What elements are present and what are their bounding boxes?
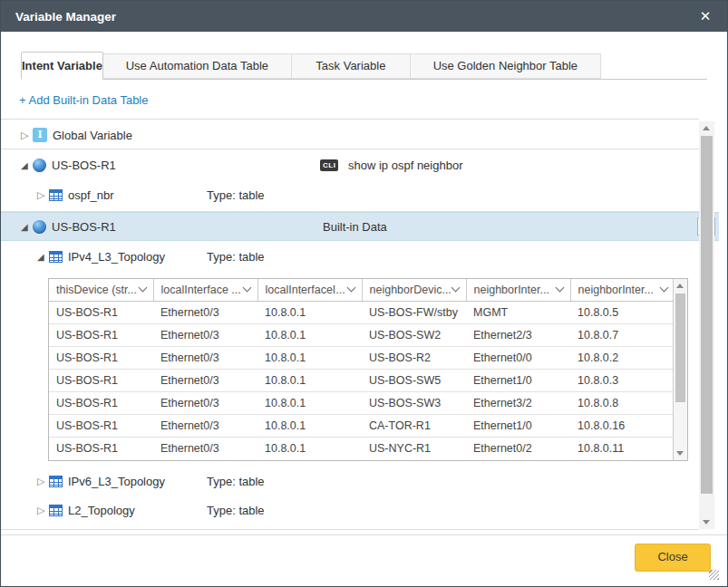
column-header-label: neighborInter...: [474, 284, 549, 296]
column-header-neighborinterfaceip[interactable]: neighborInter...: [570, 279, 675, 301]
tab-use-automation-data-table[interactable]: Use Automation Data Table: [103, 53, 292, 79]
caret-collapsed-icon[interactable]: ▷: [21, 130, 33, 141]
dialog-title: Variable Manager: [1, 10, 116, 24]
scroll-down-icon[interactable]: [703, 520, 710, 524]
content-scrollbar[interactable]: [699, 121, 714, 529]
table-row[interactable]: US-BOS-R1Ethernet0/310.8.0.1US-BOS-R2Eth…: [49, 346, 675, 369]
table-cell: US-BOS-R1: [49, 437, 153, 459]
caret-expanded-icon[interactable]: ◢: [37, 252, 49, 262]
caret-expanded-icon[interactable]: ◢: [21, 222, 33, 232]
tree-item-label: IPv6_L3_Topology: [68, 475, 165, 488]
table-cell: CA-TOR-R1: [362, 414, 466, 437]
table-cell: Ethernet2/3: [466, 323, 570, 346]
caret-collapsed-icon[interactable]: ▷: [37, 476, 49, 487]
device-icon: [33, 220, 46, 234]
table-cell: US-BOS-R2: [362, 346, 466, 369]
footer: Close: [1, 534, 727, 586]
variable-type: Type: table: [207, 188, 265, 202]
builtin-data-label: Built-in Data: [323, 220, 387, 234]
table-icon: [49, 476, 63, 487]
tree-item-label: US-BOS-R1: [52, 159, 116, 172]
tree-item-label: IPv4_L3_Topology: [68, 250, 165, 264]
table-row[interactable]: US-BOS-R1Ethernet0/310.8.0.1US-BOS-FW/st…: [49, 301, 675, 323]
table-row[interactable]: US-BOS-R1Ethernet0/310.8.0.1CA-TOR-R1Eth…: [49, 414, 675, 437]
tree-item-label: Global Variable: [53, 129, 132, 142]
table-row[interactable]: US-BOS-R1Ethernet0/310.8.0.1US-BOS-SW3Et…: [49, 391, 675, 414]
table-cell: 10.8.0.8: [570, 391, 675, 414]
table-cell: US-BOS-SW2: [362, 323, 466, 346]
cli-command: CLI show ip ospf neighbor: [320, 158, 463, 172]
table-cell: 10.8.0.1: [257, 301, 362, 323]
tree-item-ipv4-l3-topology[interactable]: ◢ IPv4_L3_Topology Type: table: [1, 240, 728, 273]
table-cell: US-BOS-R1: [49, 301, 153, 323]
chevron-down-icon[interactable]: [138, 284, 147, 293]
scroll-down-icon[interactable]: [676, 451, 684, 456]
table-cell: US-BOS-R1: [49, 346, 153, 369]
cli-command-text: show ip ospf neighbor: [348, 159, 462, 172]
table-cell: 10.8.0.1: [257, 414, 362, 437]
divider: [1, 119, 699, 120]
scroll-up-icon[interactable]: [676, 284, 684, 288]
column-header-localinterfaceip[interactable]: localInterfaceI...: [257, 279, 362, 301]
tree-item-global-variable[interactable]: ▷ I Global Variable: [1, 121, 719, 149]
table-row[interactable]: US-BOS-R1Ethernet0/310.8.0.1US-BOS-SW5Et…: [49, 369, 675, 391]
variable-type: Type: table: [207, 250, 265, 264]
table-cell: 10.8.0.1: [257, 437, 362, 459]
chevron-down-icon[interactable]: [346, 284, 355, 293]
tree-item-l2-topology[interactable]: ▷ L2_Topology Type: table: [1, 496, 728, 524]
table-body: US-BOS-R1Ethernet0/310.8.0.1US-BOS-FW/st…: [49, 301, 675, 459]
tab-use-golden-neighbor-table[interactable]: Use Golden Neighbor Table: [411, 53, 601, 79]
table-cell: Ethernet0/3: [153, 323, 257, 346]
table-cell: Ethernet0/3: [153, 391, 257, 414]
table-cell: Ethernet0/3: [153, 346, 257, 369]
tree-item-device-us-bos-r1-builtin[interactable]: ◢ US-BOS-R1 Built-in Data: [1, 212, 719, 241]
scrollbar-thumb[interactable]: [701, 136, 713, 494]
divider: [1, 529, 699, 530]
chevron-down-icon[interactable]: [555, 284, 564, 293]
table-cell: Ethernet0/3: [153, 369, 257, 391]
builtin-data-table: thisDevice (str... localInterface ... lo…: [48, 278, 688, 461]
table-cell: MGMT: [466, 301, 570, 323]
table-icon: [49, 251, 63, 263]
scrollbar-thumb[interactable]: [675, 294, 685, 402]
caret-collapsed-icon[interactable]: ▷: [37, 189, 49, 201]
column-header-label: localInterfaceI...: [266, 284, 345, 296]
table-cell: US-NYC-R1: [362, 437, 466, 459]
table-row[interactable]: US-BOS-R1Ethernet0/310.8.0.1US-NYC-R1Eth…: [49, 437, 675, 459]
tree-item-ipv6-l3-topology[interactable]: ▷ IPv6_L3_Topology Type: table: [1, 467, 728, 496]
table-cell: US-BOS-R1: [49, 414, 153, 437]
tab-intent-variable[interactable]: Intent Variable: [21, 52, 103, 80]
column-header-thisdevice[interactable]: thisDevice (str...: [49, 279, 153, 301]
column-header-label: neighborInter...: [578, 284, 654, 296]
table-row[interactable]: US-BOS-R1Ethernet0/310.8.0.1US-BOS-SW2Et…: [49, 323, 675, 346]
tab-task-variable[interactable]: Task Variable: [292, 53, 411, 79]
table-cell: Ethernet0/0: [466, 346, 570, 369]
chevron-down-icon[interactable]: [451, 284, 460, 293]
close-button[interactable]: Close: [635, 544, 711, 572]
table-icon: [49, 505, 63, 516]
tree-item-ospf-nbr[interactable]: ▷ ospf_nbr Type: table: [1, 180, 728, 210]
tree-item-label: US-BOS-R1: [52, 220, 116, 234]
resize-handle-icon[interactable]: [709, 570, 719, 580]
close-icon[interactable]: ✕: [696, 7, 714, 25]
column-header-neighborinterface[interactable]: neighborInter...: [466, 279, 570, 301]
tree-item-device-us-bos-r1[interactable]: ◢ US-BOS-R1 CLI show ip ospf neighbor: [1, 149, 719, 180]
variable-type: Type: table: [207, 504, 265, 517]
caret-expanded-icon[interactable]: ◢: [21, 160, 33, 170]
table-header-row: thisDevice (str... localInterface ... lo…: [49, 279, 675, 301]
table-cell: 10.8.0.16: [570, 414, 675, 437]
scroll-up-icon[interactable]: [703, 126, 710, 130]
add-built-in-data-table-link[interactable]: + Add Built-in Data Table: [19, 93, 149, 107]
table-cell: 10.8.0.7: [570, 323, 675, 346]
column-header-neighbordevice[interactable]: neighborDevic...: [362, 279, 466, 301]
variable-manager-dialog: Variable Manager ✕ Intent Variable Use A…: [0, 0, 728, 587]
chevron-down-icon[interactable]: [242, 284, 251, 293]
table-cell: Ethernet1/0: [466, 369, 570, 391]
table-scrollbar[interactable]: [673, 279, 687, 460]
chevron-down-icon[interactable]: [659, 284, 668, 293]
column-header-localinterface[interactable]: localInterface ...: [153, 279, 257, 301]
caret-collapsed-icon[interactable]: ▷: [37, 505, 49, 516]
table-cell: 10.8.0.3: [570, 369, 675, 391]
column-header-label: neighborDevic...: [370, 284, 451, 296]
table-cell: 10.8.0.1: [257, 369, 362, 391]
